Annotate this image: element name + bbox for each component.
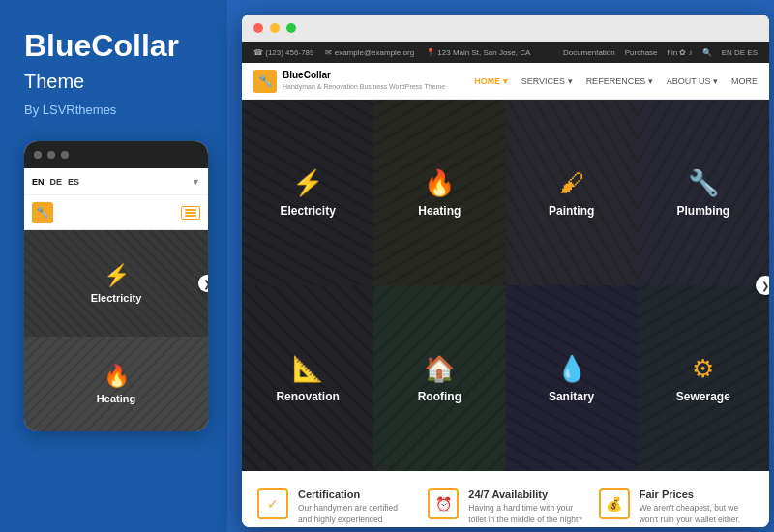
browser-dot-maximize[interactable]	[286, 23, 296, 33]
nav-more[interactable]: MORE	[731, 76, 758, 86]
feature-availability-text: 24/7 Availability Having a hard time wit…	[468, 488, 582, 527]
plumbing-content: 🔧 Plumbing	[677, 168, 730, 218]
topbar-purchase[interactable]: Purchase	[625, 48, 658, 57]
mobile-dot-1	[34, 151, 42, 159]
topbar-right: Documentation Purchase f in ✿ ♪ 🔍 EN DE …	[563, 48, 758, 57]
topbar-email: ✉ example@example.org	[325, 48, 414, 57]
site-logo-icon: 🔧	[253, 70, 277, 93]
mobile-mockup: EN DE ES ▼ 🔧 ⚡ Electricity ❯	[24, 141, 208, 431]
hero-grid-bottom: 📐 Renovation 🏠 Roofing 💧 Sanitary	[242, 285, 769, 471]
topbar-search[interactable]: 🔍	[702, 48, 712, 57]
sewerage-service-label: Sewerage	[676, 390, 730, 403]
renovation-service-label: Renovation	[276, 390, 339, 403]
nav-references[interactable]: REFERENCES ▾	[586, 76, 653, 86]
prices-title: Fair Prices	[640, 488, 754, 500]
topbar-address: 📍 123 Main St, San Jose, CA	[426, 48, 530, 57]
painting-content: 🖌 Painting	[549, 168, 594, 218]
site-logo: 🔧 BlueCollar Handyman & Renovation Busin…	[253, 69, 445, 93]
brand-by: By LSVRthemes	[24, 103, 203, 117]
electricity-icon: ⚡	[104, 263, 130, 288]
heating-icon: 🔥	[104, 364, 130, 389]
feature-certification: ✓ Certification Our handymen are certifi…	[257, 488, 412, 527]
hero-section: ⚡ Electricity 🔥 Heating 🖌 Painting	[242, 100, 769, 471]
heating-label: Heating	[97, 393, 135, 404]
left-panel: BlueCollar Theme By LSVRthemes EN DE ES …	[0, 0, 227, 532]
mobile-nav: 🔧	[24, 195, 208, 230]
heating-content: 🔥 Heating	[418, 168, 461, 218]
mobile-hero-heating: 🔥 Heating	[24, 337, 208, 431]
lang-es[interactable]: ES	[68, 177, 79, 187]
lang-en[interactable]: EN	[32, 177, 45, 187]
hero-grid-top: ⚡ Electricity 🔥 Heating 🖌 Painting	[242, 100, 769, 285]
sanitary-content: 💧 Sanitary	[549, 354, 594, 403]
hero-cell-heating[interactable]: 🔥 Heating	[373, 100, 505, 285]
mobile-logo-wrench: 🔧	[36, 206, 49, 219]
sanitary-service-label: Sanitary	[549, 390, 594, 403]
heating-service-icon: 🔥	[424, 168, 455, 198]
mobile-titlebar	[24, 141, 208, 168]
painting-service-icon: 🖌	[559, 168, 584, 198]
topbar-doc[interactable]: Documentation	[563, 48, 615, 57]
feature-certification-text: Certification Our handymen are certified…	[298, 488, 412, 527]
browser-titlebar	[242, 15, 769, 42]
plumbing-service-icon: 🔧	[688, 168, 719, 198]
topbar-social: f in ✿ ♪	[668, 48, 693, 57]
heating-service-label: Heating	[418, 204, 461, 218]
brand-title: BlueCollar	[24, 29, 203, 63]
electricity-service-icon: ⚡	[292, 168, 323, 198]
roofing-content: 🏠 Roofing	[418, 354, 461, 403]
sanitary-service-icon: 💧	[556, 354, 587, 384]
topbar-langs: EN DE ES	[722, 48, 758, 57]
brand-subtitle: Theme	[24, 71, 203, 93]
site-logo-text: BlueCollar Handyman & Renovation Busines…	[283, 69, 445, 93]
logo-wrench-icon: 🔧	[258, 74, 273, 88]
roofing-service-label: Roofing	[418, 390, 461, 403]
nav-home[interactable]: HOME ▾	[474, 76, 508, 86]
electricity-label: Electricity	[91, 292, 142, 304]
mobile-dot-3	[61, 151, 69, 159]
hero-cell-renovation[interactable]: 📐 Renovation	[242, 285, 373, 471]
hero-cell-plumbing[interactable]: 🔧 Plumbing	[638, 100, 769, 285]
feature-prices: 💰 Fair Prices We aren't cheapest, but we…	[599, 488, 754, 527]
renovation-content: 📐 Renovation	[276, 354, 339, 403]
site-logo-tagline: Handyman & Renovation Business WordPress…	[283, 83, 445, 90]
browser-mockup: ☎ (123) 456-789 ✉ example@example.org 📍 …	[242, 15, 769, 527]
nav-about[interactable]: ABOUT US ▾	[667, 76, 718, 86]
mobile-dot-2	[47, 151, 55, 159]
sewerage-service-icon: ⚙	[692, 354, 714, 384]
mobile-logo-icon: 🔧	[32, 202, 53, 223]
hero-cell-painting[interactable]: 🖌 Painting	[506, 100, 638, 285]
feature-prices-text: Fair Prices We aren't cheapest, but we w…	[640, 488, 754, 527]
prices-desc: We aren't cheapest, but we won't ruin yo…	[640, 503, 754, 527]
hero-cell-roofing[interactable]: 🏠 Roofing	[373, 285, 505, 471]
certification-title: Certification	[298, 488, 412, 500]
lang-de[interactable]: DE	[50, 177, 63, 187]
site-logo-name: BlueCollar	[283, 69, 445, 81]
hero-cell-sanitary[interactable]: 💧 Sanitary	[506, 285, 638, 471]
certification-desc: Our handymen are certified and highly ex…	[298, 503, 412, 527]
roofing-service-icon: 🏠	[424, 354, 455, 384]
availability-icon: ⏰	[428, 488, 459, 519]
plumbing-service-label: Plumbing	[677, 204, 730, 218]
mobile-second-content: 🔥 Heating	[24, 337, 208, 431]
site-nav-links: HOME ▾ SERVICES ▾ REFERENCES ▾ ABOUT US …	[474, 76, 758, 86]
menu-line-3	[185, 215, 196, 217]
lang-dropdown-arrow[interactable]: ▼	[192, 177, 200, 187]
hero-cell-sewerage[interactable]: ⚙ Sewerage	[638, 285, 769, 471]
hero-scroll-arrow[interactable]: ❯	[756, 276, 769, 295]
availability-title: 24/7 Availability	[468, 488, 582, 500]
menu-line-1	[185, 209, 196, 211]
site-topbar: ☎ (123) 456-789 ✉ example@example.org 📍 …	[242, 42, 769, 63]
certification-icon: ✓	[257, 488, 288, 519]
mobile-menu-icon[interactable]	[181, 206, 200, 220]
prices-icon: 💰	[599, 488, 630, 519]
hero-cell-electricity[interactable]: ⚡ Electricity	[242, 100, 373, 285]
renovation-service-icon: 📐	[292, 354, 323, 384]
browser-dot-minimize[interactable]	[270, 23, 280, 33]
features-section: ✓ Certification Our handymen are certifi…	[242, 471, 769, 527]
site-navbar: 🔧 BlueCollar Handyman & Renovation Busin…	[242, 63, 769, 100]
feature-availability: ⏰ 24/7 Availability Having a hard time w…	[428, 488, 582, 527]
browser-dot-close[interactable]	[253, 23, 263, 33]
nav-services[interactable]: SERVICES ▾	[521, 76, 573, 86]
mobile-hero-electricity: ⚡ Electricity ❯	[24, 230, 208, 337]
